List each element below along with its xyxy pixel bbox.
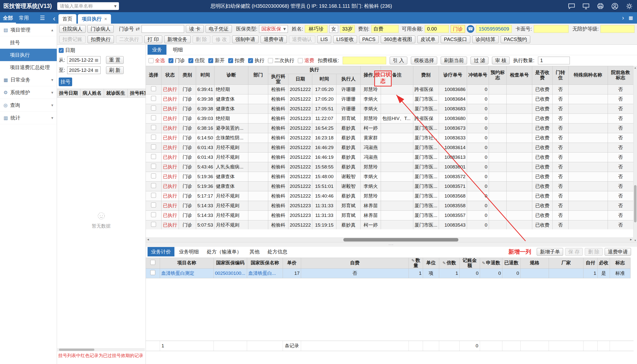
horizontal-scrollbar[interactable]: ◄ ► bbox=[146, 237, 633, 242]
register-button[interactable]: 挂号 bbox=[59, 78, 72, 86]
scrollbar-thumb[interactable] bbox=[343, 238, 458, 242]
checkbox-icon[interactable] bbox=[268, 58, 273, 63]
table-row[interactable]: 已执行门诊5:43:46人乳头瘤病...检验科2025122215:58:55蔡… bbox=[146, 162, 633, 172]
filter-checkbox[interactable]: 二次执行 bbox=[268, 57, 294, 64]
table-row[interactable]: 已执行门诊6:39:38健康查体检验科2025122217:05:51许珊珊李炳… bbox=[146, 104, 633, 114]
filter-action-button[interactable]: 刷新当前 bbox=[441, 57, 467, 64]
sidebar-section[interactable]: ⚙系统维护▾ bbox=[0, 86, 57, 99]
filter-action-button[interactable]: 引 入 bbox=[390, 57, 407, 64]
toolbar-button[interactable]: 扣费执行 bbox=[88, 36, 114, 43]
row-checkbox[interactable] bbox=[151, 135, 156, 140]
calendar-icon[interactable]: ▦ bbox=[95, 58, 98, 62]
table-row[interactable]: 已执行门诊5:14:33月经不规则检验科2025122311:31:33郑育斌林… bbox=[146, 201, 633, 210]
e-certificate-button[interactable]: 电子凭证 bbox=[205, 25, 232, 33]
sidebar-section[interactable]: ▥统计▾ bbox=[0, 112, 57, 124]
calendar-icon[interactable]: ▦ bbox=[95, 68, 98, 72]
table-row[interactable]: 已执行门诊5:14:33月经不规则检验科2025122311:31:33郑育斌林… bbox=[146, 210, 633, 220]
toolbar-button[interactable]: 扣费记账 bbox=[59, 36, 86, 43]
select-all-checkbox[interactable] bbox=[150, 260, 155, 265]
scrollbar-thumb[interactable] bbox=[634, 185, 636, 222]
sidebar-section[interactable]: ▤项目管理▴ bbox=[0, 24, 57, 36]
swap-icon[interactable]: ⇄ bbox=[136, 26, 140, 32]
toolbar-button[interactable]: 360患者视图 bbox=[381, 36, 415, 43]
scroll-left-icon[interactable]: ◄ bbox=[147, 238, 149, 241]
main-tab[interactable]: 明细 bbox=[168, 45, 187, 55]
row-checkbox[interactable] bbox=[151, 174, 156, 178]
row-checkbox[interactable] bbox=[151, 212, 156, 217]
monitor-icon[interactable] bbox=[582, 2, 590, 10]
billing-tab[interactable]: 处方（输液单） bbox=[203, 247, 245, 256]
horizontal-scrollbar[interactable] bbox=[57, 348, 145, 351]
tab-common[interactable]: 常用 bbox=[16, 12, 32, 24]
table-row[interactable]: 已执行门诊6:14:50念珠菌性阴...检验科2025122216:23:18蔡… bbox=[146, 133, 633, 142]
billing-button[interactable]: 新增子单 bbox=[537, 248, 563, 256]
date-to-input[interactable]: 2025-12-24 ▦ bbox=[67, 66, 101, 74]
card-no-input[interactable] bbox=[534, 25, 569, 33]
toolbar-button[interactable]: PACS接口 bbox=[441, 36, 470, 43]
toolbar-button[interactable]: PACS bbox=[359, 36, 379, 43]
table-row[interactable]: 已执行门诊5:07:53月经不规则检验科2025122215:19:15蔡妙真柯… bbox=[146, 220, 633, 229]
insurance-type-select[interactable]: 国家医保 ▾ bbox=[259, 25, 288, 33]
print-icon[interactable] bbox=[597, 2, 604, 10]
page-tab-project-execution[interactable]: 项目执行 × bbox=[78, 14, 111, 24]
main-tab[interactable]: 业务 bbox=[148, 45, 166, 55]
menu-search-input[interactable]: 请输入菜单名称 ▾ bbox=[57, 2, 119, 10]
toolbar-button[interactable]: PACS预约 bbox=[501, 36, 530, 43]
checkbox-icon[interactable] bbox=[149, 58, 153, 63]
row-checkbox[interactable] bbox=[150, 270, 155, 275]
filter-checkbox[interactable]: ✓执行 bbox=[248, 57, 265, 64]
table-row[interactable]: 已执行门诊6:01:43月经不规则检验科2025122216:46:19蔡妙真冯… bbox=[146, 152, 633, 162]
row-checkbox[interactable] bbox=[151, 183, 156, 188]
billing-button[interactable]: 删 除 bbox=[585, 248, 603, 256]
outpatient-button[interactable]: 门诊病人 bbox=[87, 25, 114, 33]
clinic-no-input[interactable] bbox=[142, 25, 184, 33]
tab-all[interactable]: 全部 bbox=[0, 12, 16, 24]
chevron-right-icon[interactable]: › bbox=[622, 12, 624, 24]
row-checkbox[interactable] bbox=[151, 86, 156, 91]
billing-button[interactable]: 退费申请 bbox=[605, 248, 631, 256]
checkbox-icon[interactable]: ✓ bbox=[168, 58, 173, 63]
checkbox-icon[interactable]: ✓ bbox=[228, 58, 233, 63]
toolbar-button[interactable]: 退费确认 bbox=[289, 36, 315, 43]
row-checkbox[interactable] bbox=[151, 96, 156, 101]
reset-button[interactable]: 重 置 bbox=[106, 56, 124, 64]
row-checkbox[interactable] bbox=[151, 193, 156, 198]
page-tab-home[interactable]: 首页 bbox=[59, 14, 76, 24]
scrollbar-thumb[interactable] bbox=[59, 348, 94, 351]
sidebar-section[interactable]: ◎查询▾ bbox=[0, 99, 57, 112]
inpatient-button[interactable]: 住院病人 bbox=[59, 25, 86, 33]
checkbox-icon[interactable]: ✓ bbox=[248, 58, 253, 63]
phone-icon[interactable]: ☎ bbox=[467, 25, 474, 33]
refresh-button[interactable]: 刷 新 bbox=[106, 66, 124, 74]
toolbar-button[interactable]: 二次执行 bbox=[116, 36, 142, 43]
toolbar-button[interactable]: 皮试单 bbox=[417, 36, 439, 43]
table-row[interactable]: 已执行门诊6:01:43月经不规则检验科2025122216:46:29蔡妙真冯… bbox=[146, 142, 633, 152]
close-tab-icon[interactable]: × bbox=[104, 16, 107, 22]
read-card-button[interactable]: 读 卡 bbox=[186, 25, 204, 33]
row-checkbox[interactable] bbox=[151, 115, 156, 120]
filter-checkbox[interactable]: ✓门诊 bbox=[168, 57, 185, 64]
filter-checkbox[interactable]: 全选 bbox=[149, 57, 165, 64]
date-from-input[interactable]: 2025-12-22 ▦ bbox=[67, 56, 101, 64]
exec-count-input[interactable]: 1 bbox=[538, 57, 570, 64]
table-row[interactable]: 已执行门诊5:17:17月经不规则检验科2025122215:40:46蔡妙真郑… bbox=[146, 191, 633, 201]
row-checkbox[interactable] bbox=[151, 222, 156, 227]
scroll-down-icon[interactable]: ▼ bbox=[633, 239, 637, 242]
billing-tab[interactable]: 其他 bbox=[246, 247, 263, 256]
panel-splitter[interactable]: ∙∙∙ bbox=[146, 242, 637, 247]
billing-tab[interactable]: 业务明细 bbox=[175, 247, 202, 256]
table-row[interactable]: 已执行门诊5:19:36健康查体检验科2025122215:48:00谢毅智李炳… bbox=[146, 172, 633, 182]
settings-gear-icon[interactable] bbox=[625, 2, 633, 10]
table-row[interactable]: 已执行门诊6:38:16避孕装置的...检验科2025122216:54:25蔡… bbox=[146, 123, 633, 133]
table-row[interactable]: 已执行门诊6:39:03绝经期检验科2025122311:22:07郑育斌郑慧玲… bbox=[146, 114, 633, 123]
filter-checkbox[interactable]: ✓住院 bbox=[188, 57, 205, 64]
table-row[interactable]: 已执行门诊5:19:36健康查体检验科2025122215:51:01谢毅智李炳… bbox=[146, 182, 633, 191]
tab-menu-icon[interactable]: ▦ bbox=[628, 12, 633, 24]
row-checkbox[interactable] bbox=[151, 125, 156, 130]
toolbar-button[interactable]: 退费申请 bbox=[261, 36, 287, 43]
chevron-left-icon[interactable]: ‹ bbox=[53, 13, 56, 24]
checkbox-icon[interactable]: ✓ bbox=[188, 58, 193, 63]
vertical-scrollbar[interactable]: ▲ ▼ bbox=[633, 66, 637, 242]
billing-button[interactable]: 保 存 bbox=[565, 248, 583, 256]
scroll-up-icon[interactable]: ▲ bbox=[633, 66, 637, 69]
